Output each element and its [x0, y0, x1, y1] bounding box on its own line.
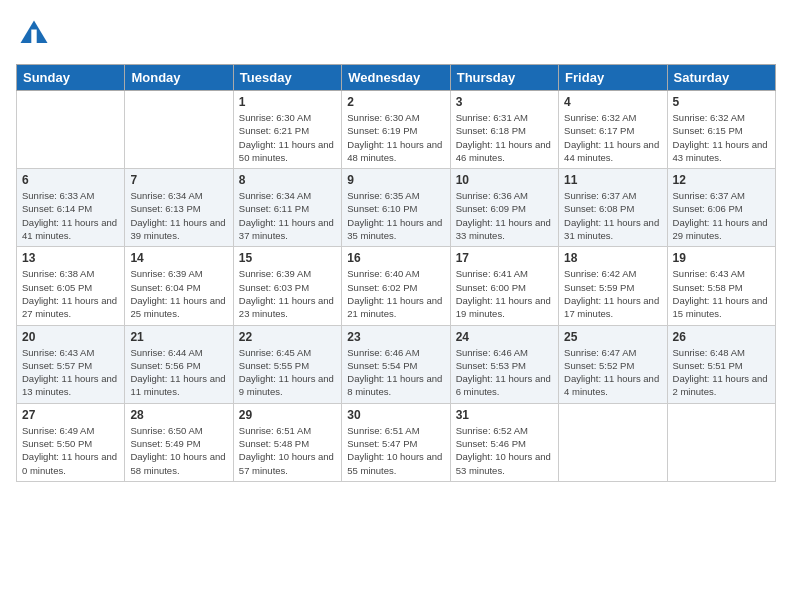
day-number: 3 — [456, 95, 553, 109]
day-info: Sunrise: 6:46 AM Sunset: 5:53 PM Dayligh… — [456, 346, 553, 399]
day-number: 4 — [564, 95, 661, 109]
calendar-cell: 16Sunrise: 6:40 AM Sunset: 6:02 PM Dayli… — [342, 247, 450, 325]
calendar-cell: 3Sunrise: 6:31 AM Sunset: 6:18 PM Daylig… — [450, 91, 558, 169]
day-number: 25 — [564, 330, 661, 344]
calendar-cell: 4Sunrise: 6:32 AM Sunset: 6:17 PM Daylig… — [559, 91, 667, 169]
calendar-week-5: 27Sunrise: 6:49 AM Sunset: 5:50 PM Dayli… — [17, 403, 776, 481]
calendar-cell: 25Sunrise: 6:47 AM Sunset: 5:52 PM Dayli… — [559, 325, 667, 403]
calendar-cell: 20Sunrise: 6:43 AM Sunset: 5:57 PM Dayli… — [17, 325, 125, 403]
calendar-cell: 24Sunrise: 6:46 AM Sunset: 5:53 PM Dayli… — [450, 325, 558, 403]
day-info: Sunrise: 6:51 AM Sunset: 5:48 PM Dayligh… — [239, 424, 336, 477]
day-info: Sunrise: 6:31 AM Sunset: 6:18 PM Dayligh… — [456, 111, 553, 164]
calendar-cell: 12Sunrise: 6:37 AM Sunset: 6:06 PM Dayli… — [667, 169, 775, 247]
calendar-cell: 10Sunrise: 6:36 AM Sunset: 6:09 PM Dayli… — [450, 169, 558, 247]
day-number: 21 — [130, 330, 227, 344]
calendar-cell: 21Sunrise: 6:44 AM Sunset: 5:56 PM Dayli… — [125, 325, 233, 403]
day-number: 26 — [673, 330, 770, 344]
calendar-cell: 11Sunrise: 6:37 AM Sunset: 6:08 PM Dayli… — [559, 169, 667, 247]
day-info: Sunrise: 6:51 AM Sunset: 5:47 PM Dayligh… — [347, 424, 444, 477]
day-info: Sunrise: 6:36 AM Sunset: 6:09 PM Dayligh… — [456, 189, 553, 242]
day-info: Sunrise: 6:35 AM Sunset: 6:10 PM Dayligh… — [347, 189, 444, 242]
svg-rect-1 — [31, 30, 36, 44]
day-info: Sunrise: 6:30 AM Sunset: 6:21 PM Dayligh… — [239, 111, 336, 164]
day-info: Sunrise: 6:45 AM Sunset: 5:55 PM Dayligh… — [239, 346, 336, 399]
calendar-cell: 9Sunrise: 6:35 AM Sunset: 6:10 PM Daylig… — [342, 169, 450, 247]
day-number: 29 — [239, 408, 336, 422]
day-number: 28 — [130, 408, 227, 422]
calendar-cell: 2Sunrise: 6:30 AM Sunset: 6:19 PM Daylig… — [342, 91, 450, 169]
calendar-week-2: 6Sunrise: 6:33 AM Sunset: 6:14 PM Daylig… — [17, 169, 776, 247]
calendar-header-row: SundayMondayTuesdayWednesdayThursdayFrid… — [17, 65, 776, 91]
day-header-monday: Monday — [125, 65, 233, 91]
day-info: Sunrise: 6:50 AM Sunset: 5:49 PM Dayligh… — [130, 424, 227, 477]
day-info: Sunrise: 6:42 AM Sunset: 5:59 PM Dayligh… — [564, 267, 661, 320]
calendar-cell: 23Sunrise: 6:46 AM Sunset: 5:54 PM Dayli… — [342, 325, 450, 403]
calendar-cell — [667, 403, 775, 481]
day-number: 22 — [239, 330, 336, 344]
day-info: Sunrise: 6:44 AM Sunset: 5:56 PM Dayligh… — [130, 346, 227, 399]
day-info: Sunrise: 6:34 AM Sunset: 6:11 PM Dayligh… — [239, 189, 336, 242]
day-number: 13 — [22, 251, 119, 265]
day-number: 16 — [347, 251, 444, 265]
day-info: Sunrise: 6:30 AM Sunset: 6:19 PM Dayligh… — [347, 111, 444, 164]
calendar-cell: 28Sunrise: 6:50 AM Sunset: 5:49 PM Dayli… — [125, 403, 233, 481]
day-number: 1 — [239, 95, 336, 109]
calendar-cell: 13Sunrise: 6:38 AM Sunset: 6:05 PM Dayli… — [17, 247, 125, 325]
calendar-week-3: 13Sunrise: 6:38 AM Sunset: 6:05 PM Dayli… — [17, 247, 776, 325]
day-header-sunday: Sunday — [17, 65, 125, 91]
day-number: 5 — [673, 95, 770, 109]
day-number: 14 — [130, 251, 227, 265]
calendar-cell: 19Sunrise: 6:43 AM Sunset: 5:58 PM Dayli… — [667, 247, 775, 325]
calendar-cell: 8Sunrise: 6:34 AM Sunset: 6:11 PM Daylig… — [233, 169, 341, 247]
day-number: 31 — [456, 408, 553, 422]
day-info: Sunrise: 6:46 AM Sunset: 5:54 PM Dayligh… — [347, 346, 444, 399]
day-number: 27 — [22, 408, 119, 422]
day-number: 23 — [347, 330, 444, 344]
calendar-cell — [125, 91, 233, 169]
day-info: Sunrise: 6:49 AM Sunset: 5:50 PM Dayligh… — [22, 424, 119, 477]
day-info: Sunrise: 6:47 AM Sunset: 5:52 PM Dayligh… — [564, 346, 661, 399]
calendar-cell: 30Sunrise: 6:51 AM Sunset: 5:47 PM Dayli… — [342, 403, 450, 481]
day-header-wednesday: Wednesday — [342, 65, 450, 91]
day-number: 10 — [456, 173, 553, 187]
day-header-saturday: Saturday — [667, 65, 775, 91]
day-number: 2 — [347, 95, 444, 109]
day-info: Sunrise: 6:38 AM Sunset: 6:05 PM Dayligh… — [22, 267, 119, 320]
day-info: Sunrise: 6:39 AM Sunset: 6:04 PM Dayligh… — [130, 267, 227, 320]
calendar-week-4: 20Sunrise: 6:43 AM Sunset: 5:57 PM Dayli… — [17, 325, 776, 403]
day-number: 24 — [456, 330, 553, 344]
calendar-cell: 18Sunrise: 6:42 AM Sunset: 5:59 PM Dayli… — [559, 247, 667, 325]
day-info: Sunrise: 6:43 AM Sunset: 5:57 PM Dayligh… — [22, 346, 119, 399]
day-info: Sunrise: 6:41 AM Sunset: 6:00 PM Dayligh… — [456, 267, 553, 320]
calendar-cell: 27Sunrise: 6:49 AM Sunset: 5:50 PM Dayli… — [17, 403, 125, 481]
day-number: 7 — [130, 173, 227, 187]
day-number: 9 — [347, 173, 444, 187]
day-info: Sunrise: 6:34 AM Sunset: 6:13 PM Dayligh… — [130, 189, 227, 242]
day-number: 18 — [564, 251, 661, 265]
calendar-cell: 15Sunrise: 6:39 AM Sunset: 6:03 PM Dayli… — [233, 247, 341, 325]
calendar-cell: 7Sunrise: 6:34 AM Sunset: 6:13 PM Daylig… — [125, 169, 233, 247]
page-container: SundayMondayTuesdayWednesdayThursdayFrid… — [0, 0, 792, 612]
day-header-tuesday: Tuesday — [233, 65, 341, 91]
calendar-cell: 29Sunrise: 6:51 AM Sunset: 5:48 PM Dayli… — [233, 403, 341, 481]
calendar-table: SundayMondayTuesdayWednesdayThursdayFrid… — [16, 64, 776, 482]
logo — [16, 16, 56, 52]
day-number: 15 — [239, 251, 336, 265]
day-info: Sunrise: 6:43 AM Sunset: 5:58 PM Dayligh… — [673, 267, 770, 320]
calendar-week-1: 1Sunrise: 6:30 AM Sunset: 6:21 PM Daylig… — [17, 91, 776, 169]
calendar-cell — [17, 91, 125, 169]
day-number: 19 — [673, 251, 770, 265]
day-info: Sunrise: 6:32 AM Sunset: 6:15 PM Dayligh… — [673, 111, 770, 164]
day-info: Sunrise: 6:37 AM Sunset: 6:06 PM Dayligh… — [673, 189, 770, 242]
calendar-cell: 31Sunrise: 6:52 AM Sunset: 5:46 PM Dayli… — [450, 403, 558, 481]
logo-icon — [16, 16, 52, 52]
calendar-cell: 26Sunrise: 6:48 AM Sunset: 5:51 PM Dayli… — [667, 325, 775, 403]
header — [16, 16, 776, 52]
day-info: Sunrise: 6:40 AM Sunset: 6:02 PM Dayligh… — [347, 267, 444, 320]
calendar-cell: 1Sunrise: 6:30 AM Sunset: 6:21 PM Daylig… — [233, 91, 341, 169]
day-number: 11 — [564, 173, 661, 187]
day-header-thursday: Thursday — [450, 65, 558, 91]
calendar-cell: 14Sunrise: 6:39 AM Sunset: 6:04 PM Dayli… — [125, 247, 233, 325]
day-info: Sunrise: 6:39 AM Sunset: 6:03 PM Dayligh… — [239, 267, 336, 320]
day-number: 12 — [673, 173, 770, 187]
